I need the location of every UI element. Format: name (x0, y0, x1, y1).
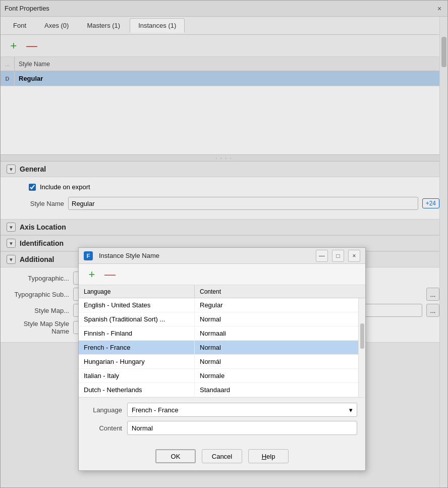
dialog-window-controls: — □ × (316, 250, 360, 262)
dialog-minus-icon: — (104, 269, 116, 280)
help-button-label: elp (266, 453, 275, 460)
ok-button[interactable]: OK (155, 449, 196, 463)
cancel-button[interactable]: Cancel (202, 449, 242, 463)
row-lang-0: English - United States (79, 298, 195, 312)
dialog-title-text: Instance Style Name (99, 252, 159, 259)
dialog-fields: Language French - France ▾ Content (79, 397, 365, 444)
language-dropdown-value: French - France (132, 406, 178, 414)
row-lang-2: Finnish - Finland (79, 327, 195, 340)
content-col-header: Content (195, 285, 365, 298)
row-content-2: Normaali (195, 327, 365, 340)
row-content-6: Standaard (195, 383, 365, 397)
language-field-row: Language French - France ▾ (87, 403, 357, 417)
dialog-close-button[interactable]: × (348, 250, 360, 262)
row-content-5: Normale (195, 369, 365, 383)
row-content-3: Normal (195, 341, 365, 354)
dialog-table-header: Language Content (79, 285, 365, 298)
row-lang-5: Italian - Italy (79, 369, 195, 383)
dialog-table-row[interactable]: Hungarian - Hungary Normál (79, 355, 365, 369)
dialog-table-row[interactable]: Spanish (Traditional Sort) ... Normal (79, 312, 365, 327)
language-dropdown[interactable]: French - France ▾ (127, 403, 357, 417)
dialog-scrollbar-thumb[interactable] (360, 323, 364, 349)
dialog-title-group: F Instance Style Name (84, 251, 159, 260)
dialog-table-row[interactable]: Dutch - Netherlands Standaard (79, 383, 365, 397)
dialog-remove-button[interactable]: — (103, 267, 117, 282)
row-lang-6: Dutch - Netherlands (79, 383, 195, 397)
dialog-scrollbar[interactable] (358, 298, 365, 397)
dialog-toolbar: + — (79, 264, 365, 285)
dialog-table-row[interactable]: Italian - Italy Normale (79, 369, 365, 383)
row-lang-1: Spanish (Traditional Sort) ... (79, 312, 195, 326)
dialog-minimize-button[interactable]: — (316, 250, 328, 262)
row-lang-4: Hungarian - Hungary (79, 355, 195, 368)
dialog-plus-icon: + (89, 269, 95, 280)
row-content-0: Regular (195, 298, 365, 312)
content-field-row: Content (87, 421, 357, 435)
language-col-header: Language (79, 285, 195, 298)
dialog-table-row[interactable]: French - France Normal (79, 341, 365, 355)
content-field-label: Content (87, 424, 122, 432)
instance-style-name-dialog: F Instance Style Name — □ × + — Language… (78, 247, 366, 471)
dialog-title-bar: F Instance Style Name — □ × (79, 248, 365, 264)
dialog-table-row[interactable]: Finnish - Finland Normaali (79, 327, 365, 341)
dialog-maximize-button[interactable]: □ (332, 250, 344, 262)
dialog-table-row[interactable]: English - United States Regular (79, 298, 365, 312)
dialog-add-button[interactable]: + (85, 267, 99, 282)
row-lang-3: French - France (79, 341, 195, 354)
content-field-input[interactable] (127, 421, 357, 435)
dialog-buttons: OK Cancel Help (79, 444, 365, 470)
language-field-label: Language (87, 406, 122, 414)
dialog-table-body: English - United States Regular Spanish … (79, 298, 365, 397)
help-button[interactable]: Help (248, 449, 289, 463)
dialog-app-icon: F (84, 251, 93, 260)
language-chevron-down-icon: ▾ (349, 406, 353, 414)
row-content-1: Normal (195, 312, 365, 326)
row-content-4: Normál (195, 355, 365, 368)
